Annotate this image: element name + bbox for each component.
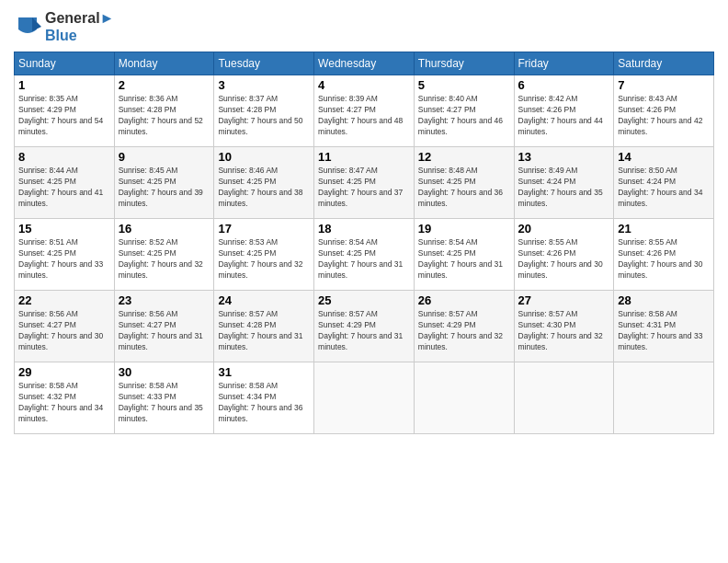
- day-number: 1: [18, 78, 110, 92]
- day-number: 28: [618, 293, 710, 307]
- calendar-table: SundayMondayTuesdayWednesdayThursdayFrid…: [14, 52, 714, 434]
- day-info: Sunrise: 8:58 AMSunset: 4:32 PMDaylight:…: [18, 381, 110, 425]
- day-number: 29: [18, 365, 110, 379]
- day-info: Sunrise: 8:57 AMSunset: 4:30 PMDaylight:…: [518, 309, 610, 353]
- logo-blue-icon: ►: [100, 10, 115, 26]
- day-number: 4: [318, 78, 410, 92]
- day-info: Sunrise: 8:58 AMSunset: 4:31 PMDaylight:…: [618, 309, 710, 353]
- day-info: Sunrise: 8:57 AMSunset: 4:29 PMDaylight:…: [318, 309, 410, 353]
- day-info: Sunrise: 8:51 AMSunset: 4:25 PMDaylight:…: [18, 237, 110, 282]
- calendar-cell: 16Sunrise: 8:52 AMSunset: 4:25 PMDayligh…: [114, 219, 214, 291]
- day-number: 15: [18, 222, 110, 236]
- column-header-wednesday: Wednesday: [314, 52, 415, 75]
- calendar-cell: [314, 362, 415, 434]
- day-number: 9: [119, 150, 210, 164]
- calendar-week-3: 15Sunrise: 8:51 AMSunset: 4:25 PMDayligh…: [15, 219, 714, 291]
- day-number: 7: [618, 78, 710, 92]
- day-info: Sunrise: 8:52 AMSunset: 4:25 PMDaylight:…: [119, 237, 210, 282]
- day-number: 5: [418, 78, 510, 92]
- day-number: 23: [119, 293, 210, 307]
- day-number: 18: [318, 222, 410, 236]
- day-info: Sunrise: 8:47 AMSunset: 4:25 PMDaylight:…: [318, 166, 410, 210]
- calendar-cell: 6Sunrise: 8:42 AMSunset: 4:26 PMDaylight…: [514, 75, 614, 147]
- calendar-cell: 27Sunrise: 8:57 AMSunset: 4:30 PMDayligh…: [514, 291, 614, 362]
- calendar-cell: 17Sunrise: 8:53 AMSunset: 4:25 PMDayligh…: [214, 219, 314, 291]
- day-number: 2: [119, 78, 210, 92]
- day-number: 13: [518, 150, 610, 164]
- day-number: 17: [218, 222, 310, 236]
- day-info: Sunrise: 8:39 AMSunset: 4:27 PMDaylight:…: [318, 94, 410, 138]
- calendar-cell: 19Sunrise: 8:54 AMSunset: 4:25 PMDayligh…: [414, 219, 514, 291]
- column-header-monday: Monday: [114, 52, 214, 75]
- calendar-cell: [614, 362, 714, 434]
- day-info: Sunrise: 8:54 AMSunset: 4:25 PMDaylight:…: [418, 237, 510, 282]
- day-info: Sunrise: 8:50 AMSunset: 4:24 PMDaylight:…: [618, 166, 710, 210]
- calendar-cell: 7Sunrise: 8:43 AMSunset: 4:26 PMDaylight…: [614, 75, 714, 147]
- day-number: 3: [218, 78, 310, 92]
- page: General► Blue SundayMondayTuesdayWednesd…: [0, 0, 728, 563]
- column-header-sunday: Sunday: [15, 52, 115, 75]
- day-number: 22: [18, 293, 110, 307]
- column-header-thursday: Thursday: [414, 52, 514, 75]
- day-number: 30: [119, 365, 210, 379]
- calendar-cell: 2Sunrise: 8:36 AMSunset: 4:28 PMDaylight…: [114, 75, 214, 147]
- day-info: Sunrise: 8:58 AMSunset: 4:33 PMDaylight:…: [119, 381, 210, 425]
- day-number: 26: [418, 293, 510, 307]
- day-number: 20: [518, 222, 610, 236]
- column-header-tuesday: Tuesday: [214, 52, 314, 75]
- calendar-cell: [514, 362, 614, 434]
- day-info: Sunrise: 8:46 AMSunset: 4:25 PMDaylight:…: [218, 166, 310, 210]
- day-number: 31: [218, 365, 310, 379]
- calendar-cell: 28Sunrise: 8:58 AMSunset: 4:31 PMDayligh…: [614, 291, 714, 362]
- day-number: 25: [318, 293, 410, 307]
- calendar-cell: 10Sunrise: 8:46 AMSunset: 4:25 PMDayligh…: [214, 147, 314, 219]
- calendar-week-2: 8Sunrise: 8:44 AMSunset: 4:25 PMDaylight…: [15, 147, 714, 219]
- day-number: 14: [618, 150, 710, 164]
- calendar-cell: [414, 362, 514, 434]
- column-header-friday: Friday: [514, 52, 614, 75]
- calendar-cell: 20Sunrise: 8:55 AMSunset: 4:26 PMDayligh…: [514, 219, 614, 291]
- day-info: Sunrise: 8:49 AMSunset: 4:24 PMDaylight:…: [518, 166, 610, 210]
- day-info: Sunrise: 8:55 AMSunset: 4:26 PMDaylight:…: [618, 237, 710, 282]
- day-info: Sunrise: 8:42 AMSunset: 4:26 PMDaylight:…: [518, 94, 610, 138]
- day-number: 16: [119, 222, 210, 236]
- day-info: Sunrise: 8:57 AMSunset: 4:29 PMDaylight:…: [418, 309, 510, 353]
- day-info: Sunrise: 8:45 AMSunset: 4:25 PMDaylight:…: [119, 166, 210, 210]
- calendar-cell: 11Sunrise: 8:47 AMSunset: 4:25 PMDayligh…: [314, 147, 415, 219]
- day-info: Sunrise: 8:48 AMSunset: 4:25 PMDaylight:…: [418, 166, 510, 210]
- day-info: Sunrise: 8:40 AMSunset: 4:27 PMDaylight:…: [418, 94, 510, 138]
- day-info: Sunrise: 8:54 AMSunset: 4:25 PMDaylight:…: [318, 237, 410, 282]
- day-number: 6: [518, 78, 610, 92]
- calendar-cell: 8Sunrise: 8:44 AMSunset: 4:25 PMDaylight…: [15, 147, 115, 219]
- calendar-cell: 4Sunrise: 8:39 AMSunset: 4:27 PMDaylight…: [314, 75, 415, 147]
- day-info: Sunrise: 8:55 AMSunset: 4:26 PMDaylight:…: [518, 237, 610, 282]
- day-info: Sunrise: 8:56 AMSunset: 4:27 PMDaylight:…: [18, 309, 110, 353]
- day-number: 12: [418, 150, 510, 164]
- calendar-cell: 26Sunrise: 8:57 AMSunset: 4:29 PMDayligh…: [414, 291, 514, 362]
- calendar-week-4: 22Sunrise: 8:56 AMSunset: 4:27 PMDayligh…: [15, 291, 714, 362]
- calendar-week-1: 1Sunrise: 8:35 AMSunset: 4:29 PMDaylight…: [15, 75, 714, 147]
- day-info: Sunrise: 8:56 AMSunset: 4:27 PMDaylight:…: [119, 309, 210, 353]
- calendar-cell: 18Sunrise: 8:54 AMSunset: 4:25 PMDayligh…: [314, 219, 415, 291]
- day-number: 21: [618, 222, 710, 236]
- calendar-header-row: SundayMondayTuesdayWednesdayThursdayFrid…: [15, 52, 714, 75]
- calendar-cell: 13Sunrise: 8:49 AMSunset: 4:24 PMDayligh…: [514, 147, 614, 219]
- calendar-cell: 29Sunrise: 8:58 AMSunset: 4:32 PMDayligh…: [15, 362, 115, 434]
- calendar-cell: 25Sunrise: 8:57 AMSunset: 4:29 PMDayligh…: [314, 291, 415, 362]
- day-number: 10: [218, 150, 310, 164]
- logo-general: General: [45, 10, 100, 26]
- day-info: Sunrise: 8:43 AMSunset: 4:26 PMDaylight:…: [618, 94, 710, 138]
- calendar-cell: 24Sunrise: 8:57 AMSunset: 4:28 PMDayligh…: [214, 291, 314, 362]
- calendar-cell: 3Sunrise: 8:37 AMSunset: 4:28 PMDaylight…: [214, 75, 314, 147]
- day-info: Sunrise: 8:53 AMSunset: 4:25 PMDaylight:…: [218, 237, 310, 282]
- day-info: Sunrise: 8:44 AMSunset: 4:25 PMDaylight:…: [18, 166, 110, 210]
- day-number: 27: [518, 293, 610, 307]
- calendar-cell: 22Sunrise: 8:56 AMSunset: 4:27 PMDayligh…: [15, 291, 115, 362]
- day-info: Sunrise: 8:37 AMSunset: 4:28 PMDaylight:…: [218, 94, 310, 138]
- day-number: 8: [18, 150, 110, 164]
- calendar-cell: 14Sunrise: 8:50 AMSunset: 4:24 PMDayligh…: [614, 147, 714, 219]
- day-info: Sunrise: 8:36 AMSunset: 4:28 PMDaylight:…: [119, 94, 210, 138]
- calendar-cell: 5Sunrise: 8:40 AMSunset: 4:27 PMDaylight…: [414, 75, 514, 147]
- day-number: 19: [418, 222, 510, 236]
- logo-blue: Blue: [45, 28, 77, 43]
